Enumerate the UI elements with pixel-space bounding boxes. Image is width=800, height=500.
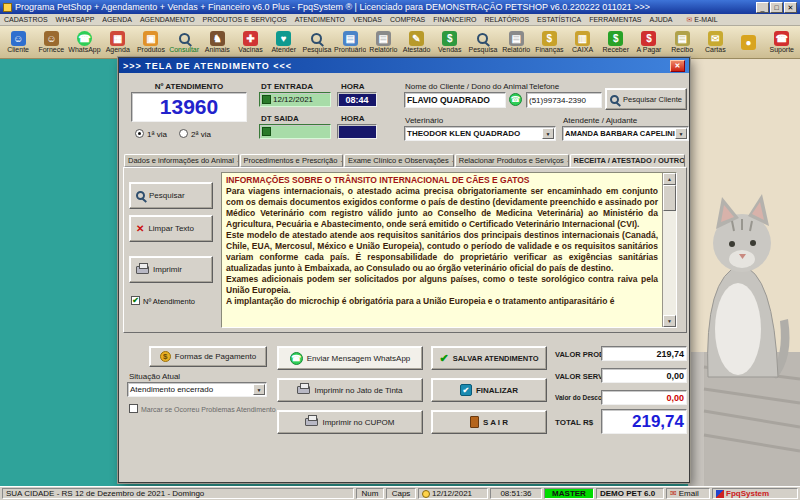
situacao-select[interactable]: Atendimento encerrado ▼ xyxy=(127,382,267,397)
via1-radio[interactable]: 1ª via xyxy=(135,130,167,139)
scrollbar-thumb[interactable] xyxy=(663,185,676,211)
toolbar-button-receber[interactable]: $Receber xyxy=(600,27,632,58)
toolbar-label: Consultar xyxy=(169,46,199,54)
imprimir-cupom-label: Imprimir no CUPOM xyxy=(322,418,394,427)
toolbar-button-vendas[interactable]: $Vendas xyxy=(434,27,466,58)
tab-dados-e-informa-es-do-animal[interactable]: Dados e informações do Animal → xyxy=(124,154,239,167)
maximize-button[interactable]: □ xyxy=(770,2,783,13)
pesquisar-label: Pesquisar xyxy=(149,191,185,200)
finalizar-button[interactable]: ✔ FINALIZAR xyxy=(431,378,547,402)
telefone-input[interactable]: (51)99734-2390 xyxy=(526,92,602,108)
menu-item-whatsapp[interactable]: WHATSAPP xyxy=(52,16,99,24)
menu-item-estat-stica[interactable]: ESTATÍSTICA xyxy=(533,16,585,24)
desconto-field[interactable]: 0,00 xyxy=(601,390,687,405)
certificate-paragraph: A implantação do microchip é obrigatória… xyxy=(226,296,658,307)
imprimir-button[interactable]: Imprimir xyxy=(129,256,213,283)
tab-exame-cl-nico-e-observa-es[interactable]: Exame Clínico e Observações → xyxy=(344,154,454,167)
toolbar-button-atestado[interactable]: ✎Atestado xyxy=(400,27,432,58)
window-title: Programa PetShop + Agendamento + Vendas … xyxy=(15,2,650,12)
toolbar-button-finan-as[interactable]: $Finanças xyxy=(533,27,565,58)
toolbar-button-caixa[interactable]: ▥CAIXA xyxy=(566,27,598,58)
tab-receita-atestado-outros[interactable]: RECEITA / ATESTADO / OUTROS xyxy=(570,154,685,167)
menu-item-agenda[interactable]: AGENDA xyxy=(98,16,136,24)
sair-button[interactable]: S A I R xyxy=(431,410,547,434)
menu-item-ferramentas[interactable]: FERRAMENTAS xyxy=(585,16,645,24)
whatsapp-icon[interactable]: ☎ xyxy=(509,93,522,106)
status-email-label: Email xyxy=(679,489,699,498)
veterinario-select[interactable]: THEODOR KLEN QUADRADO ▼ xyxy=(404,126,556,141)
minimize-button[interactable]: _ xyxy=(756,2,769,13)
toolbar-button-agenda[interactable]: ▦Agenda xyxy=(102,27,134,58)
toolbar-label: Relatório xyxy=(369,46,397,54)
toolbar-button-relat-rio[interactable]: ▤Relatório xyxy=(500,27,532,58)
textarea-scrollbar[interactable]: ▲ ▼ xyxy=(662,173,676,327)
via2-radio[interactable]: 2ª via xyxy=(179,130,211,139)
menu-item-relat-rios[interactable]: RELATÓRIOS xyxy=(480,16,533,24)
num-atendimento-checkbox[interactable]: ✔Nº Atendimento xyxy=(131,296,195,306)
scroll-up-icon[interactable]: ▲ xyxy=(663,173,676,185)
menu-item-financeiro[interactable]: FINANCEIRO xyxy=(429,16,480,24)
via2-label: 2ª via xyxy=(191,130,211,139)
imprimir-label: Imprimir xyxy=(153,265,182,274)
search-icon xyxy=(179,33,190,44)
toolbar-button-prontu-rio[interactable]: ▤Prontuário xyxy=(334,27,366,58)
certificate-textarea[interactable]: INFORMAÇÕES SOBRE O TRÂNSITO INTERNACION… xyxy=(221,172,677,328)
enviar-whatsapp-button[interactable]: ☎ Enviar Mensagem WhatsApp xyxy=(277,346,423,370)
toolbar-label: Pesquisa xyxy=(303,46,332,54)
status-time: 08:51:36 xyxy=(490,488,542,499)
menu-item-ajuda[interactable]: AJUDA xyxy=(646,16,677,24)
chevron-down-icon[interactable]: ▼ xyxy=(675,128,687,139)
coins-icon: ● xyxy=(741,35,756,50)
toolbar-button-suporte[interactable]: ☎Suporte xyxy=(766,27,798,58)
dialog-close-button[interactable]: ✕ xyxy=(670,60,685,72)
scroll-down-icon[interactable]: ▼ xyxy=(663,315,676,327)
status-email[interactable]: ✉ Email xyxy=(666,488,710,499)
toolbar-button-cliente[interactable]: ☺Cliente xyxy=(2,27,34,58)
menu-item-cadastros[interactable]: CADASTROS xyxy=(0,16,52,24)
pesquisar-button[interactable]: Pesquisar xyxy=(129,182,213,209)
pesquisar-cliente-button[interactable]: Pesquisar Cliente xyxy=(605,88,687,110)
toolbar-label: Prontuário xyxy=(334,46,366,54)
toolbar-button-whatsapp[interactable]: ☎WhatsApp xyxy=(68,27,100,58)
menu-item-e-mail[interactable]: ✉E-MAIL xyxy=(682,16,721,24)
atendente-select[interactable]: AMANDA BARBARA CAPELINI ▼ xyxy=(562,126,689,141)
total-label: TOTAL R$ xyxy=(555,418,593,427)
menu-item-atendimento[interactable]: ATENDIMENTO xyxy=(291,16,349,24)
tab-procedimentos-e-prescri-o[interactable]: Procedimentos e Prescrição → xyxy=(240,154,343,167)
close-button[interactable]: ✕ xyxy=(784,2,797,13)
chevron-down-icon[interactable]: ▼ xyxy=(542,128,554,139)
toolbar-button-vacinas[interactable]: ✚Vacinas xyxy=(234,27,266,58)
toolbar-button-recibo[interactable]: ▤Recibo xyxy=(666,27,698,58)
dialog-titlebar[interactable]: >>> TELA DE ATENDIMENTO <<< ✕ xyxy=(119,58,689,73)
toolbar-button-atender[interactable]: ♥Atender xyxy=(268,27,300,58)
limpar-texto-button[interactable]: ✕ Limpar Texto xyxy=(129,215,213,242)
menu-item-agendamento[interactable]: AGENDAMENTO xyxy=(136,16,199,24)
imprimir-cupom-button[interactable]: Imprimir no CUPOM xyxy=(277,410,423,434)
report-icon: ▤ xyxy=(376,31,391,46)
toolbar-button-fornece[interactable]: ☺Fornece xyxy=(35,27,67,58)
toolbar-button-consultar[interactable]: Consultar xyxy=(168,27,200,58)
formas-pagamento-button[interactable]: $ Formas de Pagamento xyxy=(149,346,267,367)
tab-relacionar-produtos-e-servi-os[interactable]: Relacionar Produtos e Serviços → xyxy=(455,154,569,167)
situacao-value: Atendimento encerrado xyxy=(130,385,213,394)
toolbar-button-relat-rio[interactable]: ▤Relatório xyxy=(367,27,399,58)
imprimir-jato-button[interactable]: Imprimir no Jato de Tinta xyxy=(277,378,423,402)
toolbar-button-animais[interactable]: ♞Animais xyxy=(201,27,233,58)
chevron-down-icon[interactable]: ▼ xyxy=(253,384,265,395)
salvar-atendimento-button[interactable]: ✔ SALVAR ATENDIMENTO xyxy=(431,346,547,370)
toolbar-button-cartas[interactable]: ✉Cartas xyxy=(699,27,731,58)
toolbar-button-coins-icon[interactable]: ● xyxy=(732,27,764,58)
dt-entrada-field[interactable]: 12/12/2021 xyxy=(259,92,331,107)
toolbar-button-pesquisa[interactable]: Pesquisa xyxy=(467,27,499,58)
toolbar-button-a-pagar[interactable]: $A Pagar xyxy=(633,27,665,58)
dt-saida-field[interactable] xyxy=(259,124,331,139)
menu-item-vendas[interactable]: VENDAS xyxy=(349,16,386,24)
menu-item-produtos-e-servi-os[interactable]: PRODUTOS E SERVIÇOS xyxy=(199,16,291,24)
toolbar-button-produtos[interactable]: ▣Produtos xyxy=(135,27,167,58)
problemas-checkbox[interactable]: Marcar se Ocorreu Problemas Atendimento xyxy=(129,404,276,413)
valor-produtos-field: 219,74 xyxy=(601,346,687,361)
menu-item-compras[interactable]: COMPRAS xyxy=(386,16,429,24)
toolbar-button-pesquisa[interactable]: Pesquisa xyxy=(301,27,333,58)
checkbox-unchecked-icon xyxy=(129,404,138,413)
cliente-input[interactable]: FLAVIO QUADRADO xyxy=(404,92,506,108)
